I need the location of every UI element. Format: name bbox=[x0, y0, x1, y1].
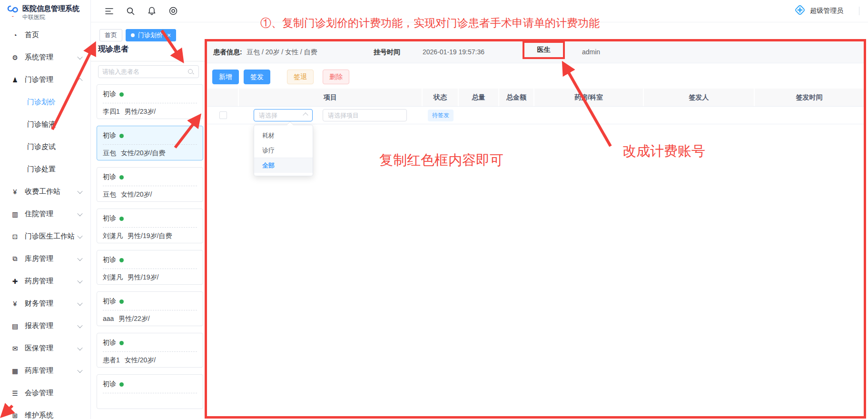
sidebar-item-warehouse[interactable]: ⧉ 库房管理 bbox=[0, 248, 90, 270]
sidebar-item-pharmacy[interactable]: ✚ 药房管理 bbox=[0, 270, 90, 292]
dropdown-option-treatment[interactable]: 诊疗 bbox=[254, 143, 313, 158]
table-header-department: 药房/科室 bbox=[534, 89, 644, 106]
chevron-up-icon bbox=[303, 112, 308, 118]
delete-button[interactable]: 删除 bbox=[323, 70, 349, 84]
active-tab-dot-icon bbox=[131, 33, 135, 37]
patient-card[interactable]: 初诊 李四1男性/23岁/ bbox=[97, 84, 203, 119]
status-dot-icon bbox=[119, 299, 124, 304]
user-menu[interactable]: 超级管理员 bbox=[794, 0, 859, 22]
sidebar-item-charging-station[interactable]: ¥ 收费工作站 bbox=[0, 180, 90, 203]
chevron-down-icon bbox=[77, 210, 82, 216]
status-dot-icon bbox=[119, 341, 124, 345]
patient-card-selected[interactable]: 初诊 豆包女性/20岁/自费 bbox=[97, 126, 203, 160]
sidebar-item-finance[interactable]: ¥ 财务管理 bbox=[0, 292, 90, 315]
report-icon: ▤ bbox=[10, 322, 20, 330]
category-select-input[interactable] bbox=[254, 112, 304, 119]
yen-icon: ¥ bbox=[10, 188, 20, 196]
table-header-row: 项目 状态 总量 总金额 药房/科室 签发人 签发时间 bbox=[207, 89, 864, 107]
patient-search-input[interactable] bbox=[99, 68, 187, 75]
app-title: 医院信息管理系统 bbox=[22, 4, 79, 12]
item-search-input[interactable] bbox=[323, 112, 406, 119]
toolbar: 新增 签发 签退 删除 bbox=[212, 70, 349, 84]
status-dot-icon bbox=[119, 134, 124, 138]
patient-card[interactable]: 初诊 患者1女性/20岁/ bbox=[97, 333, 203, 368]
amount-cell bbox=[499, 107, 534, 124]
sidebar-item-system[interactable]: ⚙ 系统管理 bbox=[0, 46, 90, 69]
status-dot-icon bbox=[119, 258, 124, 262]
close-icon[interactable]: × bbox=[167, 32, 171, 39]
item-search-field bbox=[323, 109, 407, 121]
sidebar-item-home[interactable]: ◔ 首页 bbox=[0, 24, 90, 46]
table-header-checkbox bbox=[207, 89, 239, 106]
copy-icon: ⧉ bbox=[10, 255, 20, 263]
patient-card[interactable]: 初诊 刘潇凡男性/19岁/自费 bbox=[97, 209, 203, 243]
sidebar-item-maintenance[interactable]: ⊞ 维护系统 bbox=[0, 404, 90, 419]
sidebar-item-outpatient-disposal[interactable]: 门诊处置 bbox=[0, 158, 90, 180]
chevron-down-icon bbox=[77, 278, 82, 283]
gear-icon: ⚙ bbox=[10, 54, 20, 61]
sidebar: ▪▪▪ 医院信息管理系统 中联医院 ◔ 首页 ⚙ 系统管理 ♟ 门诊管理 bbox=[0, 0, 91, 419]
patient-info-value: 豆包 / 20岁 / 女性 / 自费 bbox=[247, 41, 317, 63]
collapse-menu-icon[interactable] bbox=[105, 7, 113, 15]
registration-time-label: 挂号时间 bbox=[374, 41, 400, 63]
status-dot-icon bbox=[119, 217, 124, 221]
tab-bar: 首页 门诊划价 × bbox=[99, 29, 176, 41]
chevron-down-icon bbox=[77, 367, 82, 372]
chevron-up-icon bbox=[77, 78, 82, 83]
dropdown-option-all[interactable]: 全部 bbox=[254, 158, 313, 173]
search-icon[interactable] bbox=[126, 7, 135, 15]
status-badge: 待签发 bbox=[428, 110, 454, 121]
bell-icon[interactable] bbox=[148, 7, 156, 15]
table-header-issuer: 签发人 bbox=[644, 89, 755, 106]
patient-card[interactable]: 初诊 bbox=[97, 374, 203, 409]
registration-time-value: 2026-01-19 19:57:36 bbox=[423, 41, 484, 63]
search-icon[interactable] bbox=[187, 68, 195, 76]
chevron-down-icon bbox=[77, 188, 82, 193]
sidebar-item-reports[interactable]: ▤ 报表管理 bbox=[0, 315, 90, 337]
sidebar-item-outpatient-skin-test[interactable]: 门诊皮试 bbox=[0, 136, 90, 158]
tab-outpatient-pricing[interactable]: 门诊划价 × bbox=[126, 29, 176, 41]
issue-button[interactable]: 签发 bbox=[244, 70, 270, 84]
quantity-cell bbox=[459, 107, 499, 124]
patient-card[interactable]: 初诊 刘潇凡男性/19岁/ bbox=[97, 250, 203, 285]
doctor-label-highlight-box: 医生 bbox=[523, 41, 565, 59]
checkout-button[interactable]: 签退 bbox=[287, 70, 314, 84]
sidebar-item-outpatient-pricing[interactable]: 门诊划价 bbox=[0, 91, 90, 113]
user-name: 超级管理员 bbox=[810, 7, 843, 15]
mail-icon: ✉ bbox=[10, 345, 20, 352]
sidebar-item-inpatient[interactable]: ▥ 住院管理 bbox=[0, 203, 90, 225]
sidebar-item-outpatient[interactable]: ♟ 门诊管理 bbox=[0, 69, 90, 91]
status-dot-icon bbox=[119, 175, 124, 180]
sidebar-menu: ◔ 首页 ⚙ 系统管理 ♟ 门诊管理 门诊划价 门诊输液 门诊皮试 bbox=[0, 24, 90, 419]
sidebar-item-consultation[interactable]: ☰ 会诊管理 bbox=[0, 382, 90, 404]
category-select[interactable] bbox=[254, 109, 313, 121]
image-icon: ▦ bbox=[10, 367, 20, 375]
department-cell bbox=[534, 107, 644, 124]
status-dot-icon bbox=[119, 382, 124, 387]
sidebar-item-doctor-station[interactable]: ⊡ 门诊医生工作站 bbox=[0, 225, 90, 248]
status-dot-icon bbox=[119, 92, 124, 97]
table-header-amount: 总金额 bbox=[499, 89, 534, 106]
maintenance-icon: ⊞ bbox=[10, 412, 20, 419]
table-header-item: 项目 bbox=[239, 89, 423, 106]
sidebar-item-drug-store[interactable]: ▦ 药库管理 bbox=[0, 359, 90, 382]
sidebar-item-insurance[interactable]: ✉ 医保管理 bbox=[0, 337, 90, 359]
header-divider bbox=[859, 7, 859, 15]
patient-card[interactable]: 初诊 aaa男性/22岁/ bbox=[97, 291, 203, 326]
category-dropdown: 耗材 诊疗 全部 bbox=[254, 125, 313, 176]
panel-divider bbox=[91, 61, 205, 61]
add-button[interactable]: 新增 bbox=[212, 70, 239, 84]
hospital-cross-icon bbox=[794, 4, 806, 18]
app-logo-icon: ▪▪▪ bbox=[7, 4, 19, 18]
screenfull-icon[interactable] bbox=[169, 7, 178, 15]
annotation-note-3: 改成计费账号 bbox=[622, 142, 705, 161]
dashboard-icon: ◔ bbox=[10, 31, 20, 39]
chevron-down-icon bbox=[77, 54, 82, 59]
row-checkbox[interactable] bbox=[219, 111, 227, 119]
app-logo: ▪▪▪ 医院信息管理系统 中联医院 bbox=[0, 0, 90, 21]
dropdown-option-consumables[interactable]: 耗材 bbox=[254, 128, 313, 143]
yen-icon: ¥ bbox=[10, 300, 20, 308]
tab-home[interactable]: 首页 bbox=[99, 29, 122, 41]
patient-card[interactable]: 初诊 豆包女性/20岁/ bbox=[97, 167, 203, 202]
sidebar-item-outpatient-infusion[interactable]: 门诊输液 bbox=[0, 113, 90, 136]
